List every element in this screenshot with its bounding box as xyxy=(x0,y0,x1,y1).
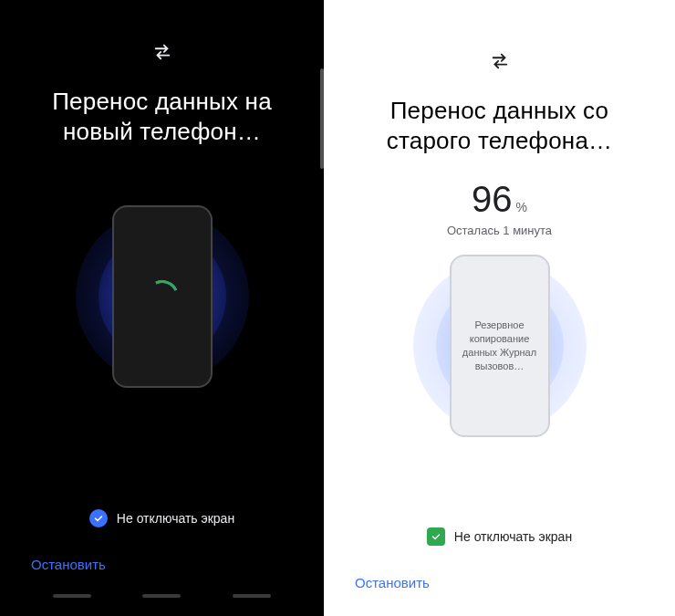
loading-spinner-icon xyxy=(146,280,179,313)
progress-unit: % xyxy=(516,200,527,214)
checkbox-label: Не отключать экран xyxy=(454,529,572,544)
phone-frame: Резервное копирование данных Журнал вызо… xyxy=(450,255,550,437)
phone-illustration-left xyxy=(67,201,258,392)
nav-back-icon[interactable] xyxy=(233,594,271,598)
bottom-bar-left: Остановить xyxy=(27,549,296,579)
phone-frame xyxy=(112,205,213,388)
page-title-left: Перенос данных на новый телефон… xyxy=(27,87,296,146)
progress-readout: 96 % xyxy=(472,179,527,220)
nav-recent-icon[interactable] xyxy=(53,594,91,598)
phone-status-text: Резервное копирование данных Журнал вызо… xyxy=(452,318,548,372)
progress-value: 96 xyxy=(472,179,513,220)
android-nav-bar xyxy=(27,594,296,598)
stop-button[interactable]: Остановить xyxy=(27,549,109,579)
page-title-right: Перенос данных со старого телефона… xyxy=(351,96,648,155)
bottom-bar-right: Остановить xyxy=(351,568,648,598)
transfer-icon xyxy=(490,50,510,70)
new-phone-panel: Перенос данных на новый телефон… Не откл… xyxy=(0,0,324,616)
old-phone-panel: Перенос данных со старого телефона… 96 %… xyxy=(324,0,675,616)
checkbox-label: Не отключать экран xyxy=(117,511,234,526)
checkbox-checked-icon xyxy=(89,509,108,527)
phone-illustration-right: Резервное копирование данных Журнал вызо… xyxy=(404,250,596,442)
keep-screen-on-checkbox[interactable]: Не отключать экран xyxy=(427,500,572,546)
keep-screen-on-checkbox[interactable]: Не отключать экран xyxy=(89,482,234,527)
time-remaining: Осталась 1 минута xyxy=(447,224,552,237)
nav-home-icon[interactable] xyxy=(142,594,181,598)
transfer-icon xyxy=(152,41,172,61)
stop-button[interactable]: Остановить xyxy=(351,568,433,598)
checkbox-checked-icon xyxy=(427,527,445,546)
